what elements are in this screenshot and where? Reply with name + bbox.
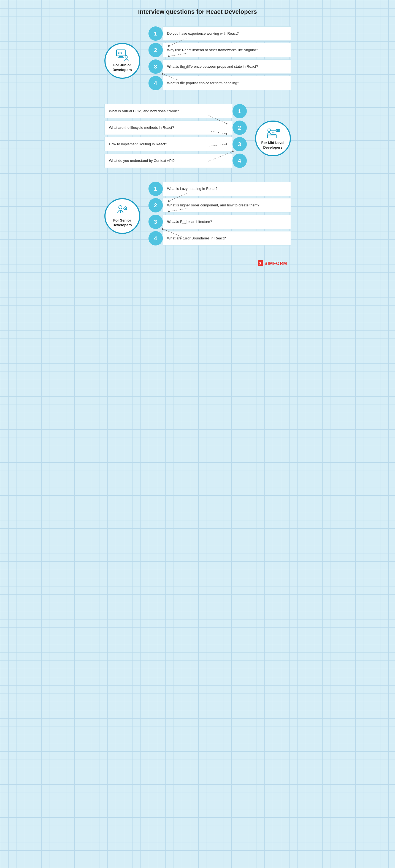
- mid-q4: What do you understand by Context API? 4: [104, 154, 247, 168]
- senior-label: For SeniorDevelopers: [112, 218, 132, 227]
- senior-q3-number: 3: [148, 215, 163, 229]
- svg-rect-23: [276, 135, 277, 138]
- junior-q4: 4 What is the popular choice for form ha…: [148, 76, 291, 90]
- senior-q4-text: What are Error Boundaries in React?: [163, 231, 291, 246]
- senior-q1-text: What is Lazy Loading in React?: [163, 182, 291, 196]
- mid-label: For Mid LevelDevelopers: [261, 141, 285, 150]
- svg-text:</>: </>: [276, 129, 280, 132]
- senior-questions: 1 What is Lazy Loading in React? 2 What …: [148, 182, 291, 246]
- senior-q4: 4 What are Error Boundaries in React?: [148, 231, 291, 246]
- mid-q2-number: 2: [232, 121, 247, 135]
- mid-q2: What are the lifecycle methods in React?…: [104, 121, 247, 135]
- junior-q2-text: Why use React instead of other framework…: [163, 43, 291, 57]
- svg-line-48: [126, 207, 126, 207]
- senior-q1-number: 1: [148, 182, 163, 196]
- svg-rect-22: [267, 135, 268, 138]
- junior-q4-text: What is the popular choice for form hand…: [163, 76, 291, 90]
- junior-q2-number: 2: [148, 43, 163, 57]
- svg-rect-25: [273, 134, 274, 135]
- junior-q1: 1 Do you have experience working with Re…: [148, 26, 291, 41]
- svg-point-41: [125, 208, 126, 209]
- junior-q1-text: Do you have experience working with Reac…: [163, 26, 291, 41]
- junior-q3-number: 3: [148, 59, 163, 74]
- mid-q2-text: What are the lifecycle methods in React?: [104, 121, 232, 135]
- svg-text:</>: </>: [118, 51, 122, 55]
- svg-rect-10: [118, 57, 124, 58]
- senior-q2-number: 2: [148, 198, 163, 213]
- code-icon: </>: [115, 49, 130, 61]
- senior-q3: 3 What is Redux architecture?: [148, 215, 291, 229]
- svg-text:</>: </>: [272, 131, 275, 134]
- junior-circle: </> For JuniorDevelopers: [104, 43, 140, 79]
- section-junior: </> For JuniorDevelopers 1 Do you have e…: [104, 26, 291, 90]
- svg-text:SIMFORM: SIMFORM: [264, 261, 287, 266]
- mid-q3: How to implement Routing in React? 3: [104, 137, 247, 151]
- mid-q4-text: What do you understand by Context API?: [104, 154, 232, 168]
- page-title: Interview questions for React Developers: [104, 8, 291, 16]
- senior-circle: For SeniorDevelopers: [104, 198, 140, 234]
- junior-questions: 1 Do you have experience working with Re…: [148, 26, 291, 90]
- senior-q2-text: What is higher order component, and how …: [163, 198, 291, 213]
- page-wrapper: Interview questions for React Developers: [99, 0, 297, 279]
- mid-q4-number: 4: [232, 154, 247, 168]
- senior-q3-text: What is Redux architecture?: [163, 215, 291, 229]
- junior-q1-number: 1: [148, 26, 163, 41]
- svg-rect-21: [266, 134, 277, 135]
- desk-icon: </> </>: [265, 127, 280, 139]
- senior-q2: 2 What is higher order component, and ho…: [148, 198, 291, 213]
- svg-text:S: S: [259, 261, 261, 265]
- svg-line-46: [124, 207, 124, 207]
- mid-q1-text: What is Virtual DOM, and how does it wor…: [104, 104, 232, 118]
- mid-q3-number: 3: [232, 137, 247, 151]
- mid-circle: </> </> For Mid LevelDevelopers: [255, 121, 291, 156]
- mid-q3-text: How to implement Routing in React?: [104, 137, 232, 151]
- junior-label: For JuniorDevelopers: [112, 63, 132, 72]
- section-mid: What is Virtual DOM, and how does it wor…: [104, 104, 291, 168]
- section-senior: For SeniorDevelopers 1 What is Lazy Load…: [104, 182, 291, 246]
- mid-questions: What is Virtual DOM, and how does it wor…: [104, 104, 247, 168]
- junior-q2: 2 Why use React instead of other framewo…: [148, 43, 291, 57]
- senior-icon: [115, 205, 130, 217]
- svg-point-38: [119, 206, 122, 209]
- senior-q4-number: 4: [148, 231, 163, 246]
- junior-q3: 3 What is the difference between props a…: [148, 59, 291, 74]
- junior-q3-text: What is the difference between props and…: [163, 59, 291, 74]
- simform-logo: S SIMFORM: [258, 259, 288, 267]
- svg-rect-9: [119, 56, 123, 57]
- mid-q1: What is Virtual DOM, and how does it wor…: [104, 104, 247, 118]
- svg-point-12: [125, 56, 128, 58]
- junior-q4-number: 4: [148, 76, 163, 90]
- logo-area: S SIMFORM: [104, 259, 291, 268]
- senior-q1: 1 What is Lazy Loading in React?: [148, 182, 291, 196]
- svg-point-27: [268, 129, 271, 131]
- mid-q1-number: 1: [232, 104, 247, 118]
